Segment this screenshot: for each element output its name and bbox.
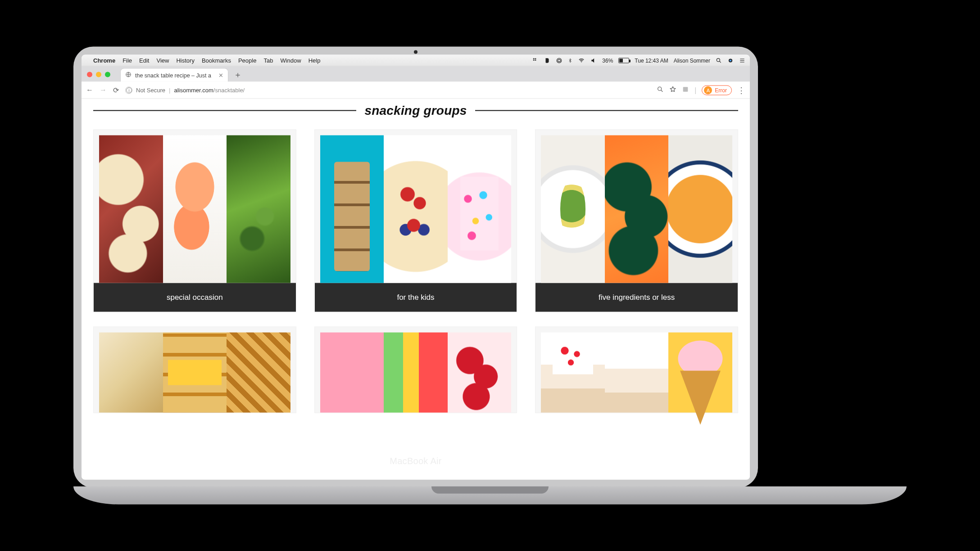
profile-error-pill[interactable]: A Error [702,85,732,95]
card-for-the-kids[interactable]: for the kids [314,130,517,312]
heading-rule-left [93,110,356,111]
food-image [448,333,512,413]
section-heading-row: snacking groups [93,104,738,118]
food-image [668,135,732,283]
food-image [99,333,163,413]
card-row2-2[interactable] [314,327,517,413]
food-image [384,333,448,413]
card-label: special occasion [94,283,296,312]
card-image-set [94,327,296,413]
close-window-button[interactable] [87,72,92,77]
volume-menubar-icon[interactable] [590,57,597,63]
svg-rect-13 [683,87,688,92]
svg-line-4 [719,61,721,62]
food-image [320,135,384,283]
food-image [605,135,669,283]
menu-file[interactable]: File [122,57,132,64]
section-heading: snacking groups [364,104,467,118]
omnibox-search-icon[interactable] [657,86,664,95]
bookmark-star-icon[interactable] [669,86,676,95]
new-tab-button[interactable]: ＋ [232,69,244,81]
svg-point-11 [658,87,662,90]
menu-window[interactable]: Window [280,57,301,64]
card-image-set [315,130,517,283]
globe-icon [125,72,132,79]
heading-rule-right [475,110,738,111]
site-info-icon[interactable]: ⓘ [125,86,132,94]
food-image [227,135,290,283]
menu-view[interactable]: View [156,57,169,64]
close-tab-icon[interactable]: ✕ [218,72,223,79]
spotlight-icon[interactable] [716,57,722,63]
chrome-tabstrip: the snack table recipe – Just a ✕ ＋ [82,67,750,82]
menu-bookmarks[interactable]: Bookmarks [202,57,231,64]
reload-button[interactable]: ⟳ [113,86,119,95]
profile-avatar: A [704,86,712,94]
siri-icon[interactable] [727,57,734,63]
extension-icon[interactable] [682,86,689,95]
food-image [320,333,384,413]
address-bar[interactable]: ⓘ Not Secure | alisommer.com/snacktable/ [125,84,650,96]
evernote-menubar-icon[interactable] [544,57,550,63]
food-image [448,135,512,283]
svg-point-0 [558,59,561,62]
url-path: /snacktable/ [213,87,245,94]
laptop-screen-frame: Chrome File Edit View History Bookmarks … [73,47,758,488]
menu-history[interactable]: History [176,57,194,64]
card-label: five ingredients or less [535,283,738,312]
food-image [99,135,163,283]
card-image-set [535,130,738,283]
display-menubar-icon[interactable] [556,57,563,63]
menubar-username[interactable]: Alison Sommer [674,57,710,63]
dropbox-menubar-icon[interactable] [532,57,539,63]
menu-people[interactable]: People [238,57,256,64]
food-image [227,333,290,413]
food-image [541,135,605,283]
food-image [163,333,227,413]
battery-icon[interactable] [618,58,629,63]
menubar-clock[interactable]: Tue 12:43 AM [635,57,668,63]
card-row2-3[interactable] [535,327,738,413]
card-image-set [94,130,296,283]
menu-tab[interactable]: Tab [263,57,273,64]
maximize-window-button[interactable] [105,72,110,77]
svg-point-2 [581,62,582,63]
menu-help[interactable]: Help [309,57,321,64]
profile-status-text: Error [715,87,727,93]
page-viewport[interactable]: snacking groups special occasion [82,99,750,480]
food-image [605,333,669,413]
card-image-set [535,327,738,413]
battery-percentage: 36% [602,57,613,63]
browser-tab-active[interactable]: the snack table recipe – Just a ✕ [120,68,228,82]
food-image [668,333,732,413]
menu-edit[interactable]: Edit [139,57,149,64]
food-image [163,135,227,283]
back-button[interactable]: ← [86,86,93,95]
macos-menubar: Chrome File Edit View History Bookmarks … [82,55,750,67]
card-five-ingredients[interactable]: five ingredients or less [535,130,738,312]
forward-button[interactable]: → [100,86,107,95]
active-app-name[interactable]: Chrome [93,57,115,64]
minimize-window-button[interactable] [96,72,101,77]
chrome-toolbar: ← → ⟳ ⓘ Not Secure | alisommer.com/snack… [82,82,750,99]
card-image-set [315,327,517,413]
security-status: Not Secure [136,87,165,94]
svg-point-3 [717,58,720,61]
food-image [541,333,605,413]
bluetooth-menubar-icon[interactable] [568,57,572,63]
tab-title: the snack table recipe – Just a [135,72,211,78]
food-image [384,135,448,283]
card-special-occasion[interactable]: special occasion [93,130,296,312]
app-menus: File Edit View History Bookmarks People … [122,57,320,64]
url-domain: alisommer.com [174,87,213,94]
notification-center-icon[interactable] [739,57,745,63]
svg-point-6 [730,59,731,61]
svg-line-12 [661,90,663,92]
card-grid: special occasion for the kids [93,130,738,413]
svg-point-1 [557,58,562,63]
card-label: for the kids [315,283,517,312]
window-controls [87,72,110,77]
laptop-base [73,487,907,505]
card-row2-1[interactable] [93,327,296,413]
wifi-menubar-icon[interactable] [578,57,585,63]
